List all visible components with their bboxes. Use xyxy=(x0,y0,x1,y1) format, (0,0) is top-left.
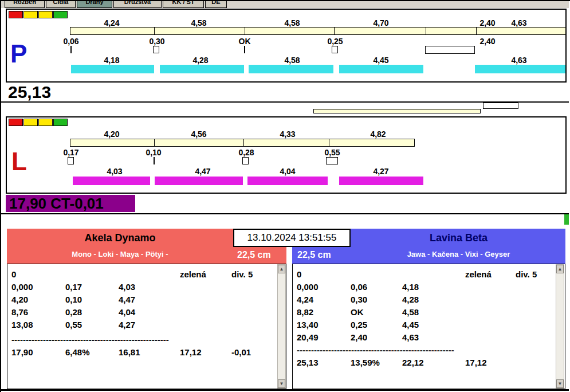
table-cell: 20,49 xyxy=(297,332,319,342)
split-time: 4,24 xyxy=(98,18,125,28)
scroll-up-icon[interactable]: ▲ xyxy=(278,265,285,273)
table-cell: 4,04 xyxy=(119,307,135,317)
lane-p-total: 25,13 xyxy=(8,83,51,102)
split-time: 4,33 xyxy=(274,130,301,139)
table-cell: 4,24 xyxy=(297,295,313,304)
status-light-red xyxy=(9,119,23,126)
status-light-green xyxy=(53,11,68,18)
run-bar-segment xyxy=(339,65,423,73)
tab-bar: Rozbeh Čidla Dráhy Družstva KK / ST DE xyxy=(1,1,569,8)
strip-ruler-bar xyxy=(313,109,481,113)
split-bar-tick xyxy=(476,27,477,35)
lane-p-label: P xyxy=(10,41,27,66)
left-table-scrollbar[interactable]: ▲ ▼ xyxy=(277,264,286,389)
team-right-jump-height: 22,5 cm xyxy=(297,250,331,260)
divider-line xyxy=(1,213,569,214)
change-time: 0,55 xyxy=(319,148,346,157)
run-bar-segment xyxy=(73,177,150,185)
table-cell: 8,76 xyxy=(11,307,28,317)
split-time: 4,58 xyxy=(278,18,306,28)
run-bar-segment xyxy=(339,177,423,185)
team-left-jump-height: 22,5 cm xyxy=(237,250,271,260)
team-left-name: Akela Dynamo xyxy=(7,232,233,244)
table-cell: 0 xyxy=(297,269,301,279)
right-results-table xyxy=(292,264,565,389)
table-cell: 0,000 xyxy=(11,282,33,292)
change-time: 0,17 xyxy=(57,148,85,157)
table-cell: 0,25 xyxy=(351,320,367,330)
dog-time: 4,04 xyxy=(274,167,301,176)
split-time: 2,40 xyxy=(474,18,501,28)
table-cell: 4,27 xyxy=(119,320,135,330)
table-cell: 0,55 xyxy=(65,320,82,330)
change-time: 0,28 xyxy=(233,148,260,157)
summary-cell: 17,12 xyxy=(465,358,487,367)
change-tick xyxy=(70,46,72,53)
change-marker-box xyxy=(153,46,159,53)
lane-l-total: 17,90 CT-0,01 xyxy=(9,195,104,213)
run-bar-segment xyxy=(155,177,243,185)
summary-cell: 22,12 xyxy=(402,358,424,367)
table-cell: div. 5 xyxy=(516,269,537,279)
table-cell: 4,18 xyxy=(402,282,419,292)
table-cell: 0 xyxy=(11,269,16,279)
table-cell: 4,58 xyxy=(402,307,419,317)
team-right-name: Lavina Beta xyxy=(352,232,565,244)
tab-kk-st[interactable]: KK / ST xyxy=(163,1,204,8)
run-bar-segment xyxy=(475,65,565,73)
change-time: 0,25 xyxy=(321,37,349,46)
split-bar-tick xyxy=(329,139,329,147)
table-cell: 8,82 xyxy=(297,307,313,317)
table-cell: 4,28 xyxy=(402,295,419,304)
summary-cell: 13,59% xyxy=(351,358,380,367)
dog-time: 4,63 xyxy=(505,56,533,65)
split-bar-tick xyxy=(334,27,335,35)
table-cell: 4,20 xyxy=(11,295,28,304)
tab-cidla[interactable]: Čidla xyxy=(46,1,76,8)
change-tick xyxy=(154,157,155,164)
left-results-table xyxy=(7,264,286,389)
tab-drahy[interactable]: Dráhy xyxy=(77,1,112,8)
summary-cell: 17,90 xyxy=(11,347,33,357)
team-left-dogs: Mono - Loki - Maya - Pötyi - xyxy=(7,250,233,258)
change-marker-box xyxy=(332,46,338,53)
split-bar-tick xyxy=(426,27,426,35)
tab-rozbeh[interactable]: Rozbeh xyxy=(5,1,45,8)
split-ruler-bar xyxy=(70,27,566,35)
right-table-scrollbar[interactable]: ▲ ▼ xyxy=(556,264,564,389)
table-cell: 13,08 xyxy=(11,320,33,330)
status-light-red xyxy=(9,11,23,18)
table-cell: 0,10 xyxy=(65,295,82,304)
summary-cell: 25,13 xyxy=(297,358,319,367)
change-time: 0,10 xyxy=(140,148,167,157)
run-bar-segment xyxy=(71,65,154,73)
status-light-green xyxy=(53,119,68,126)
split-time: 4,20 xyxy=(98,130,125,139)
scroll-down-icon[interactable]: ▼ xyxy=(556,379,564,388)
scroll-up-icon[interactable]: ▲ xyxy=(556,265,564,273)
tab-de[interactable]: DE xyxy=(205,1,227,8)
status-light-yellow xyxy=(23,11,38,18)
run-bar-segment xyxy=(160,65,244,73)
lane-l-label: L xyxy=(11,149,27,174)
window-bottom-edge xyxy=(1,389,569,391)
run-bar-segment xyxy=(249,65,333,73)
status-light-yellow xyxy=(38,11,53,18)
table-cell: 4,63 xyxy=(402,332,419,342)
table-cell: 0,28 xyxy=(65,307,82,317)
table-cell: 4,47 xyxy=(119,295,135,304)
status-light-yellow xyxy=(38,119,53,126)
table-cell: 0,06 xyxy=(351,282,367,292)
scroll-down-icon[interactable]: ▼ xyxy=(278,379,285,388)
dog-time: 4,47 xyxy=(189,167,217,176)
dog-time: 4,45 xyxy=(367,56,395,65)
run-bar-segment xyxy=(247,177,328,185)
table-cell: 2,40 xyxy=(351,332,367,342)
table-cell: zelená xyxy=(180,269,206,279)
rerun-gap-box xyxy=(425,46,475,54)
change-time: 0,06 xyxy=(57,37,85,46)
strip-marker-box xyxy=(483,103,518,109)
summary-cell: 17,12 xyxy=(180,347,202,357)
change-tick xyxy=(244,46,245,53)
tab-druzstva[interactable]: Družstva xyxy=(113,1,162,8)
